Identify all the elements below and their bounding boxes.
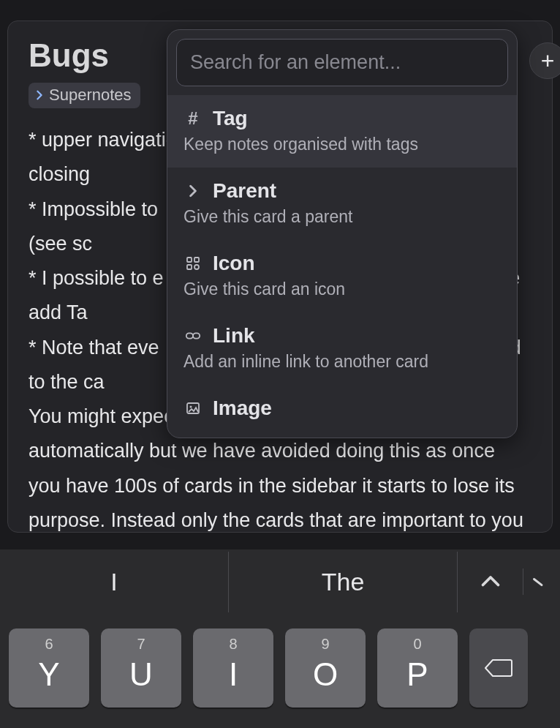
search-wrap [167, 30, 517, 95]
key-ltr: Y [38, 656, 59, 693]
key-ltr: U [129, 656, 153, 693]
svg-point-3 [194, 265, 199, 269]
svg-rect-1 [194, 258, 199, 262]
hash-icon: # [183, 109, 203, 128]
menu-item-desc: Keep notes organised with tags [183, 135, 501, 154]
top-bar [0, 0, 560, 20]
svg-rect-4 [186, 333, 193, 338]
svg-point-7 [190, 406, 192, 408]
menu-item-link[interactable]: Link Add an inline link to another card [167, 312, 517, 385]
caret-down-button[interactable] [523, 568, 560, 595]
add-button[interactable]: + [529, 42, 560, 79]
key-num: 9 [321, 636, 329, 653]
search-input[interactable] [176, 39, 508, 86]
element-menu: # Tag Keep notes organised with tags Par… [167, 95, 517, 438]
menu-item-parent[interactable]: Parent Give this card a parent [167, 168, 517, 240]
key-num: 8 [229, 636, 237, 653]
caret-up-button[interactable] [458, 568, 523, 595]
menu-item-image[interactable]: Image [167, 385, 517, 438]
parent-chip-label: Supernotes [49, 86, 132, 105]
image-icon [183, 399, 203, 418]
menu-item-tag[interactable]: # Tag Keep notes organised with tags [167, 95, 517, 168]
plus-icon: + [541, 48, 555, 75]
menu-item-label: Image [213, 397, 272, 420]
key-ltr: I [229, 656, 238, 693]
backspace-icon [484, 657, 513, 679]
key-num: 7 [137, 636, 145, 653]
virtual-keyboard: I The 6 Y 7 U 8 I 9 O 0 P [0, 549, 560, 728]
menu-item-icon[interactable]: Icon Give this card an icon [167, 240, 517, 312]
svg-rect-0 [187, 258, 192, 262]
key-num: 0 [413, 636, 421, 653]
key-row: 6 Y 7 U 8 I 9 O 0 P [0, 614, 560, 728]
key-o[interactable]: 9 O [285, 628, 366, 708]
key-ltr: P [406, 656, 428, 693]
suggestion[interactable]: The [229, 552, 458, 612]
key-backspace[interactable] [469, 628, 528, 708]
key-u[interactable]: 7 U [101, 628, 181, 708]
svg-rect-5 [193, 333, 200, 338]
chevron-right-icon [34, 90, 45, 100]
chevron-down-icon [531, 568, 552, 595]
key-num: 6 [45, 636, 53, 653]
chevron-up-icon [477, 568, 504, 595]
element-popover: # Tag Keep notes organised with tags Par… [167, 29, 518, 438]
svg-rect-2 [187, 265, 192, 269]
key-y[interactable]: 6 Y [9, 628, 89, 708]
key-p[interactable]: 0 P [377, 628, 458, 708]
key-ltr: O [313, 656, 338, 693]
suggestion-bar: I The [0, 549, 560, 614]
menu-item-label: Icon [213, 252, 255, 275]
menu-item-desc: Give this card an icon [183, 279, 501, 299]
suggestion[interactable]: I [0, 552, 229, 612]
key-i[interactable]: 8 I [193, 628, 273, 708]
chevron-right-icon [183, 181, 203, 200]
link-icon [183, 326, 203, 345]
parent-chip[interactable]: Supernotes [29, 83, 140, 108]
menu-item-desc: Add an inline link to another card [183, 352, 501, 372]
menu-item-label: Tag [213, 107, 248, 130]
menu-item-label: Link [213, 324, 255, 348]
grid-icon [183, 254, 203, 273]
menu-item-desc: Give this card a parent [183, 207, 501, 227]
menu-item-label: Parent [213, 179, 276, 203]
